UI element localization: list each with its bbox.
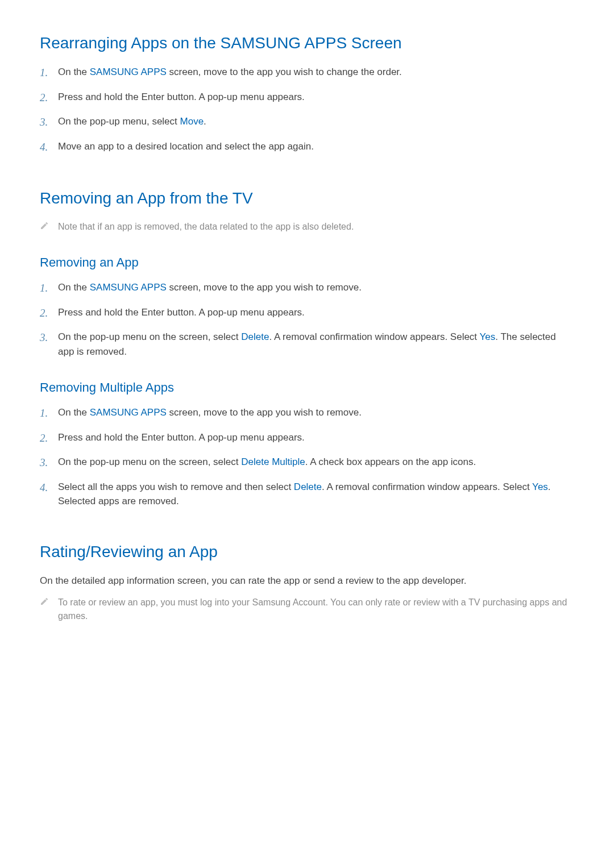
step-text: On the SAMSUNG APPS screen, move to the …: [58, 280, 574, 295]
step-number: 3.: [40, 330, 58, 346]
step-text: On the pop-up menu, select Move.: [58, 114, 574, 129]
highlight-term: SAMSUNG APPS: [90, 67, 167, 77]
step-number: 2.: [40, 430, 58, 447]
step-item: 2. Press and hold the Enter button. A po…: [40, 430, 574, 447]
note-row: To rate or review an app, you must log i…: [40, 596, 574, 623]
step-text: Move an app to a desired location and se…: [58, 139, 574, 154]
text-part: On the: [58, 282, 90, 293]
step-item: 4. Select all the apps you wish to remov…: [40, 480, 574, 509]
step-text: On the pop-up menu on the screen, select…: [58, 455, 574, 470]
note-row: Note that if an app is removed, the data…: [40, 220, 574, 234]
paragraph: On the detailed app information screen, …: [40, 574, 574, 588]
step-number: 4.: [40, 480, 58, 496]
highlight-term: Yes: [480, 331, 496, 342]
step-number: 3.: [40, 455, 58, 471]
steps-rearranging: 1. On the SAMSUNG APPS screen, move to t…: [40, 65, 574, 155]
text-part: On the pop-up menu on the screen, select: [58, 331, 241, 342]
steps-removing-app: 1. On the SAMSUNG APPS screen, move to t…: [40, 280, 574, 359]
text-part: On the pop-up menu, select: [58, 116, 180, 127]
section-heading-rating: Rating/Reviewing an App: [40, 543, 574, 561]
subsection-heading-removing-multiple: Removing Multiple Apps: [40, 380, 574, 395]
step-number: 1.: [40, 405, 58, 422]
step-text: On the SAMSUNG APPS screen, move to the …: [58, 405, 574, 420]
step-item: 3. On the pop-up menu on the screen, sel…: [40, 455, 574, 471]
note-text: To rate or review an app, you must log i…: [58, 596, 574, 623]
text-part: . A check box appears on the app icons.: [305, 456, 476, 467]
note-icon: [40, 597, 58, 606]
text-part: .: [204, 116, 206, 127]
step-number: 1.: [40, 65, 58, 81]
text-part: On the: [58, 407, 90, 418]
step-item: 2. Press and hold the Enter button. A po…: [40, 90, 574, 106]
step-number: 2.: [40, 305, 58, 322]
text-part: screen, move to the app you wish to remo…: [167, 407, 362, 418]
step-item: 3. On the pop-up menu on the screen, sel…: [40, 330, 574, 359]
text-part: screen, move to the app you wish to remo…: [167, 282, 362, 293]
step-text: On the SAMSUNG APPS screen, move to the …: [58, 65, 574, 80]
text-part: . A removal confirmation window appears.…: [322, 481, 532, 492]
section-heading-rearranging: Rearranging Apps on the SAMSUNG APPS Scr…: [40, 34, 574, 52]
text-part: Select all the apps you wish to remove a…: [58, 481, 294, 492]
step-number: 2.: [40, 90, 58, 106]
highlight-term: Delete: [294, 481, 322, 492]
highlight-term: Yes: [532, 481, 548, 492]
step-number: 4.: [40, 139, 58, 156]
step-text: Press and hold the Enter button. A pop-u…: [58, 305, 574, 320]
highlight-term: Delete: [241, 331, 269, 342]
note-text: Note that if an app is removed, the data…: [58, 220, 354, 234]
step-item: 3. On the pop-up menu, select Move.: [40, 114, 574, 131]
highlight-term: SAMSUNG APPS: [90, 282, 167, 293]
step-item: 1. On the SAMSUNG APPS screen, move to t…: [40, 280, 574, 297]
step-item: 1. On the SAMSUNG APPS screen, move to t…: [40, 405, 574, 422]
section-heading-removing: Removing an App from the TV: [40, 189, 574, 207]
step-text: Select all the apps you wish to remove a…: [58, 480, 574, 509]
step-text: Press and hold the Enter button. A pop-u…: [58, 90, 574, 105]
step-item: 4. Move an app to a desired location and…: [40, 139, 574, 156]
text-part: . A removal confirmation window appears.…: [269, 331, 479, 342]
text-part: screen, move to the app you wish to chan…: [167, 67, 402, 77]
highlight-term: Move: [180, 116, 204, 127]
step-item: 1. On the SAMSUNG APPS screen, move to t…: [40, 65, 574, 81]
text-part: On the: [58, 67, 90, 77]
step-number: 3.: [40, 114, 58, 131]
step-text: Press and hold the Enter button. A pop-u…: [58, 430, 574, 445]
highlight-term: SAMSUNG APPS: [90, 407, 167, 418]
text-part: On the pop-up menu on the screen, select: [58, 456, 241, 467]
highlight-term: Delete Multiple: [241, 456, 305, 467]
steps-removing-multiple: 1. On the SAMSUNG APPS screen, move to t…: [40, 405, 574, 509]
step-number: 1.: [40, 280, 58, 297]
step-item: 2. Press and hold the Enter button. A po…: [40, 305, 574, 322]
step-text: On the pop-up menu on the screen, select…: [58, 330, 574, 359]
subsection-heading-removing-app: Removing an App: [40, 255, 574, 270]
note-icon: [40, 221, 58, 230]
